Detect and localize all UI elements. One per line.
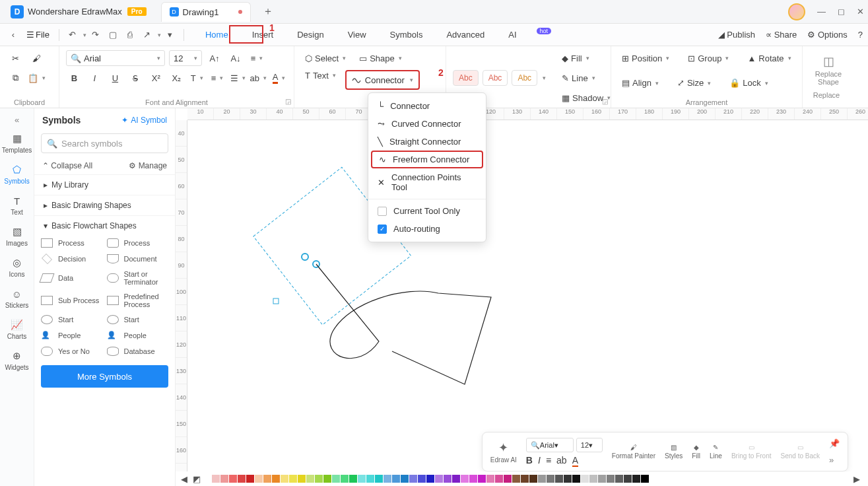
float-color-icon[interactable]: A — [572, 455, 578, 466]
maximize-icon[interactable]: ◻ — [838, 7, 845, 17]
cut-icon[interactable]: ✂ — [7, 50, 24, 66]
color-swatch[interactable] — [229, 475, 237, 483]
tab-design[interactable]: Design — [294, 27, 326, 42]
avatar[interactable] — [788, 3, 805, 20]
color-swatch[interactable] — [375, 475, 383, 483]
shape-data[interactable]: Data — [41, 270, 103, 286]
leftbar-templates[interactable]: ▦Templates — [0, 128, 34, 158]
float-italic-icon[interactable]: I — [538, 455, 541, 466]
eyedropper-icon[interactable]: ◩ — [191, 474, 203, 484]
color-swatch[interactable] — [358, 475, 366, 483]
color-swatch[interactable] — [220, 475, 228, 483]
float-format-painter[interactable]: 🖌Format Painter — [612, 444, 655, 460]
color-swatch[interactable] — [315, 475, 323, 483]
italic-icon[interactable]: I — [86, 70, 103, 86]
color-swatch[interactable] — [589, 475, 597, 483]
tab-home[interactable]: Home — [203, 27, 231, 42]
font-size-select[interactable]: 12▾ — [169, 50, 202, 66]
list-icon[interactable]: ☰▾ — [230, 70, 246, 86]
selection-handle[interactable] — [273, 298, 279, 304]
style-preset-1[interactable]: Abc — [453, 70, 479, 86]
collapse-panel-icon[interactable]: « — [0, 112, 34, 127]
superscript-icon[interactable]: X² — [148, 70, 164, 86]
manage-button[interactable]: ⚙ Manage — [129, 161, 167, 170]
float-case-icon[interactable]: ab — [556, 455, 567, 466]
shape-subprocess[interactable]: Sub Process — [41, 293, 103, 308]
color-swatch[interactable] — [572, 475, 580, 483]
lock-button[interactable]: 🔒 Lock▾ — [725, 75, 772, 91]
float-line[interactable]: ✎Line — [710, 444, 722, 460]
close-icon[interactable]: ✕ — [857, 7, 864, 17]
color-swatch[interactable] — [255, 475, 263, 483]
float-fill[interactable]: ◆Fill — [692, 444, 700, 460]
color-swatch[interactable] — [529, 475, 537, 483]
color-swatch[interactable] — [384, 475, 391, 483]
text-spacing-icon[interactable]: T▾ — [189, 70, 205, 86]
color-swatch[interactable] — [349, 475, 357, 483]
color-swatch[interactable] — [598, 475, 606, 483]
color-swatch[interactable] — [401, 475, 409, 483]
dialog-launcher-icon[interactable]: ◲ — [285, 98, 291, 105]
palette-right-icon[interactable]: ▶ — [851, 474, 863, 484]
tab-ai[interactable]: AI — [506, 27, 519, 42]
replace-shape-button[interactable]: ◫ Replace Shape — [809, 50, 848, 90]
style-preset-2[interactable]: Abc — [483, 70, 508, 86]
document-tab[interactable]: D Drawing1 — [161, 2, 251, 22]
shape-people[interactable]: 👤People — [41, 331, 103, 340]
style-more-icon[interactable]: ▾ — [543, 75, 546, 81]
options-button[interactable]: ⚙ Options — [807, 30, 847, 40]
color-swatch[interactable] — [435, 475, 443, 483]
float-bring-front[interactable]: ▭Bring to Front — [731, 444, 772, 460]
float-size-select[interactable]: 12 ▾ — [576, 438, 603, 452]
bold-icon[interactable]: B — [66, 70, 83, 86]
leftbar-stickers[interactable]: ☺Stickers — [0, 283, 34, 313]
more-icon[interactable]: ▾ — [162, 27, 178, 43]
group-button[interactable]: ⊡ Group▾ — [684, 50, 733, 66]
color-swatch[interactable] — [521, 475, 529, 483]
leftbar-icons[interactable]: ◎Icons — [0, 252, 34, 282]
color-swatch[interactable] — [238, 475, 246, 483]
font-color-icon[interactable]: A▾ — [271, 70, 287, 86]
connector-tool-button[interactable]: Connector▾ — [345, 70, 420, 90]
align-button[interactable]: ▤ Align▾ — [618, 75, 663, 91]
color-swatch[interactable] — [581, 475, 589, 483]
collapse-all-button[interactable]: ⌃ Collapse All — [42, 161, 92, 170]
redo-icon[interactable]: ↷ — [88, 27, 104, 43]
shape-yesno[interactable]: Yes or No — [41, 347, 103, 356]
align-icon[interactable]: ≡▾ — [248, 50, 265, 66]
color-swatch[interactable] — [615, 475, 623, 483]
color-swatch[interactable] — [366, 475, 374, 483]
shape-process[interactable]: Process — [41, 238, 103, 248]
decrease-font-icon[interactable]: A↓ — [227, 50, 244, 66]
leftbar-images[interactable]: ▧Images — [0, 221, 34, 251]
current-tool-only-checkbox[interactable]: Current Tool Only — [368, 202, 486, 220]
color-swatch[interactable] — [263, 475, 271, 483]
category-basic-drawing[interactable]: ▸ Basic Drawing Shapes — [34, 195, 175, 215]
color-swatch[interactable] — [392, 475, 400, 483]
color-swatch[interactable] — [495, 475, 503, 483]
font-family-select[interactable]: 🔍 Arial▾ — [66, 50, 165, 66]
tab-view[interactable]: View — [345, 27, 369, 42]
category-my-library[interactable]: ▸ My Library — [34, 174, 175, 195]
more-symbols-button[interactable]: More Symbols — [41, 365, 168, 388]
strike-icon[interactable]: S̶ — [127, 70, 144, 86]
canvas[interactable] — [187, 120, 868, 486]
color-swatch[interactable] — [452, 475, 460, 483]
color-swatch[interactable] — [641, 475, 649, 483]
color-swatch[interactable] — [624, 475, 632, 483]
color-swatch[interactable] — [289, 475, 297, 483]
shape-people2[interactable]: 👤People — [107, 331, 169, 340]
tab-symbols[interactable]: Symbols — [387, 27, 426, 42]
export-icon[interactable]: ↗ — [139, 27, 155, 43]
shape-tool-button[interactable]: ▭ Shape▾ — [355, 50, 406, 66]
paste-icon[interactable]: 📋▾ — [28, 70, 45, 86]
share-button[interactable]: ∝ Share — [766, 30, 797, 40]
symbol-search-input[interactable]: 🔍 Search symbols — [41, 133, 168, 153]
color-swatch[interactable] — [418, 475, 426, 483]
select-tool-button[interactable]: ⬡ Select▾ — [301, 50, 350, 66]
float-font-select[interactable]: 🔍 Arial ▾ — [526, 438, 574, 452]
drawing-surface[interactable] — [187, 120, 868, 486]
save-icon[interactable]: ▢ — [105, 27, 121, 43]
position-button[interactable]: ⊞ Position▾ — [618, 50, 673, 66]
color-swatch[interactable] — [298, 475, 306, 483]
